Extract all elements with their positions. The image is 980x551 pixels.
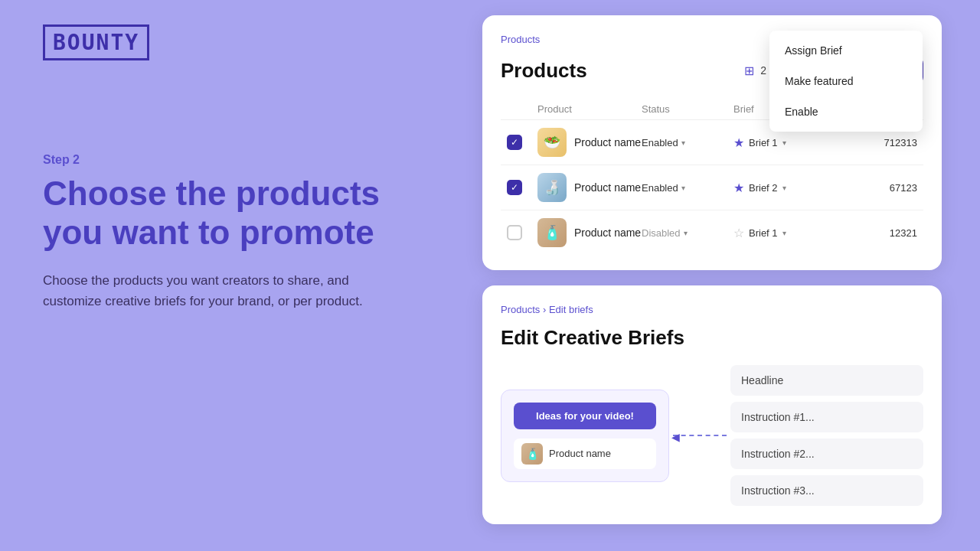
- table-row: 🧴 Product name Disabled ▾ ☆ Brief 1 ▾ 12…: [501, 210, 923, 255]
- row2-sku: 67123: [856, 182, 917, 194]
- row3-brief-text: Brief 1: [749, 227, 778, 239]
- row1-star-icon[interactable]: ★: [733, 135, 744, 150]
- arrow-left-icon: ◀: [671, 431, 680, 443]
- row3-status: Disabled ▾: [642, 227, 733, 239]
- brief-headline-field[interactable]: Headline: [730, 365, 923, 396]
- row2-status-chevron[interactable]: ▾: [681, 184, 685, 192]
- products-title: Products: [501, 59, 744, 83]
- brief-right-panel: Headline Instruction #1... Instruction #…: [730, 365, 923, 506]
- brief-inner-card: Ideas for your video! 🧴 Product name: [501, 390, 669, 482]
- row1-sku: 712313: [856, 137, 917, 148]
- table-icon: ⊞: [744, 64, 754, 78]
- main-heading: Choose the products you want to promote: [43, 174, 410, 252]
- table-row: ✓ 🍶 Product name Enabled ▾ ★ Brief 2 ▾ 6…: [501, 165, 923, 210]
- col-status: Status: [642, 103, 733, 115]
- briefs-content: Ideas for your video! 🧴 Product name ◀ H…: [501, 365, 923, 506]
- row1-status: Enabled ▾: [642, 137, 733, 148]
- row2-status: Enabled ▾: [642, 182, 733, 194]
- row2-product: 🍶 Product name: [537, 173, 642, 202]
- product-mini: 🧴 Product name: [514, 439, 656, 469]
- row2-name: Product name: [574, 181, 641, 194]
- dropdown-item-make-featured[interactable]: Make featured: [769, 66, 923, 96]
- col-checkbox: [507, 103, 537, 115]
- breadcrumb-separator: ›: [543, 304, 549, 315]
- arrow-connector: ◀: [669, 435, 730, 436]
- row2-brief-text: Brief 2: [749, 182, 778, 194]
- col-product: Product: [537, 103, 642, 115]
- row3-star-icon[interactable]: ☆: [733, 226, 744, 240]
- briefs-card: Products › Edit briefs Edit Creative Bri…: [482, 285, 942, 524]
- row2-brief: ★ Brief 2 ▾: [733, 181, 856, 195]
- brief-instruction2-field[interactable]: Instruction #2...: [730, 439, 923, 469]
- row3-status-text: Disabled: [642, 227, 681, 239]
- row2-brief-chevron[interactable]: ▾: [782, 184, 786, 192]
- logo: BOUNTY: [43, 24, 149, 60]
- row3-thumb: 🧴: [537, 218, 567, 247]
- brief-instruction3-field[interactable]: Instruction #3...: [730, 475, 923, 506]
- row1-product: 🥗 Product name: [537, 128, 642, 157]
- row1-name: Product name: [574, 136, 641, 148]
- row2-checkbox[interactable]: ✓: [507, 180, 522, 195]
- row3-name: Product name: [574, 227, 641, 239]
- step-label: Step 2: [43, 153, 410, 167]
- briefs-breadcrumb-home: Products: [501, 304, 540, 315]
- dropdown-item-enable[interactable]: Enable: [769, 96, 923, 127]
- briefs-title: Edit Creative Briefs: [501, 326, 923, 350]
- brief-instruction1-field[interactable]: Instruction #1...: [730, 402, 923, 432]
- row1-checkbox[interactable]: ✓: [507, 135, 522, 150]
- product-mini-name: Product name: [549, 448, 611, 459]
- dashed-line: ◀: [673, 435, 727, 436]
- row1-brief-chevron[interactable]: ▾: [782, 139, 786, 147]
- briefs-breadcrumb-current: Edit briefs: [549, 304, 593, 315]
- dropdown-menu: Assign Brief Make featured Enable: [769, 31, 923, 132]
- sub-text: Choose the products you want creators to…: [43, 270, 410, 311]
- row1-brief: ★ Brief 1 ▾: [733, 135, 856, 150]
- left-content: Step 2 Choose the products you want to p…: [43, 153, 410, 312]
- row3-checkbox[interactable]: [507, 225, 522, 240]
- row3-brief: ☆ Brief 1 ▾: [733, 226, 856, 240]
- ideas-button[interactable]: Ideas for your video!: [514, 403, 656, 429]
- row3-brief-chevron[interactable]: ▾: [782, 229, 786, 237]
- row3-status-chevron[interactable]: ▾: [684, 229, 688, 237]
- row1-status-chevron[interactable]: ▾: [681, 139, 685, 147]
- row2-status-text: Enabled: [642, 182, 678, 194]
- row3-product: 🧴 Product name: [537, 218, 642, 247]
- row3-sku: 12321: [856, 227, 917, 239]
- row1-thumb: 🥗: [537, 128, 567, 157]
- product-mini-thumb: 🧴: [521, 443, 543, 465]
- brief-left-panel: Ideas for your video! 🧴 Product name: [501, 390, 669, 482]
- row2-star-icon[interactable]: ★: [733, 181, 744, 195]
- dropdown-item-assign-brief[interactable]: Assign Brief: [769, 35, 923, 66]
- briefs-breadcrumb: Products › Edit briefs: [501, 304, 923, 315]
- right-area: Assign Brief Make featured Enable Produc…: [482, 15, 942, 524]
- row1-status-text: Enabled: [642, 137, 678, 148]
- row1-brief-text: Brief 1: [749, 137, 778, 148]
- row2-thumb: 🍶: [537, 173, 567, 202]
